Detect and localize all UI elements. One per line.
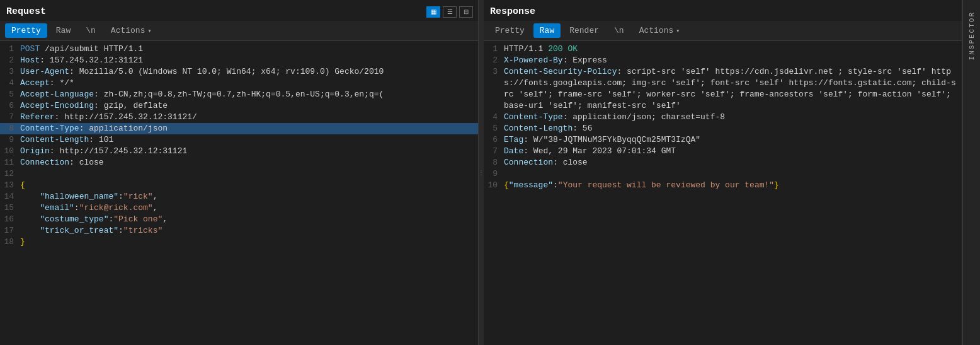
line-text: X-Powered-By: Express [504, 55, 962, 66]
request-line-15: 15 "email":"rick@rick.com", [0, 202, 478, 214]
request-line-10: 10Origin: http://157.245.32.12:31121 [0, 146, 478, 157]
response-line-7: 7Date: Wed, 29 Mar 2023 07:01:34 GMT [484, 146, 962, 157]
request-line-6: 6Accept-Encoding: gzip, deflate [0, 100, 478, 112]
line-number: 14 [0, 191, 20, 202]
response-top-bar: Response [484, 0, 962, 21]
line-text: Connection: close [504, 157, 962, 168]
request-line-4: 4Accept: */* [0, 78, 478, 89]
line-number: 4 [484, 112, 504, 123]
line-number: 10 [484, 180, 504, 191]
line-text: Content-Type: application/json; charset=… [504, 112, 962, 123]
request-line-1: 1POST /api/submit HTTP/1.1 [0, 44, 478, 55]
response-toolbar: Pretty Raw Render \n Actions ▾ [484, 21, 962, 41]
line-number: 7 [0, 112, 20, 123]
inspector-label: INSPECTOR [968, 11, 976, 60]
line-number: 3 [0, 66, 20, 78]
line-number: 17 [0, 225, 20, 237]
request-line-5: 5Accept-Language: zh-CN,zh;q=0.8,zh-TW;q… [0, 89, 478, 100]
response-tab-newline[interactable]: \n [608, 23, 630, 38]
line-number: 8 [0, 123, 20, 134]
response-actions-label: Actions [639, 26, 674, 35]
request-code-area[interactable]: 1POST /api/submit HTTP/1.12Host: 157.245… [0, 41, 478, 345]
request-line-17: 17 "trick_or_treat":"tricks" [0, 225, 478, 237]
line-text: User-Agent: Mozilla/5.0 (Windows NT 10.0… [20, 66, 478, 78]
request-line-2: 2Host: 157.245.32.12:31121 [0, 55, 478, 66]
line-text: Content-Length: 101 [20, 134, 478, 146]
response-line-10: 10{"message":"Your request will be revie… [484, 180, 962, 191]
line-text: Date: Wed, 29 Mar 2023 07:01:34 GMT [504, 146, 962, 157]
line-number: 16 [0, 214, 20, 225]
request-line-18: 18} [0, 237, 478, 248]
line-text: Host: 157.245.32.12:31121 [20, 55, 478, 66]
response-tab-raw[interactable]: Raw [533, 23, 561, 38]
line-number: 6 [0, 100, 20, 112]
response-actions-chevron-icon: ▾ [676, 27, 680, 35]
response-title: Response [484, 3, 542, 21]
response-line-5: 5Content-Length: 56 [484, 123, 962, 134]
line-number: 6 [484, 134, 504, 146]
line-text: Content-Length: 56 [504, 123, 962, 134]
request-line-7: 7Referer: http://157.245.32.12:31121/ [0, 112, 478, 123]
line-number: 3 [484, 66, 504, 78]
line-number: 1 [0, 44, 20, 55]
grid-view-icon[interactable]: ▦ [426, 6, 440, 18]
response-tab-pretty[interactable]: Pretty [489, 23, 531, 38]
line-text: HTTP/1.1 200 OK [504, 44, 962, 55]
request-panel: Request ▦ ☰ ⊟ Pretty Raw \n Actions ▾ 1P… [0, 0, 479, 345]
line-number: 8 [484, 157, 504, 168]
line-number: 11 [0, 157, 20, 168]
line-text: {"message":"Your request will be reviewe… [504, 180, 962, 191]
line-text: Accept: */* [20, 78, 478, 89]
response-code-area[interactable]: 1HTTP/1.1 200 OK2X-Powered-By: Express3C… [484, 41, 962, 345]
line-text: "email":"rick@rick.com", [20, 202, 478, 214]
line-number: 1 [484, 44, 504, 55]
request-line-13: 13{ [0, 180, 478, 191]
line-number: 2 [0, 55, 20, 66]
line-text: Connection: close [20, 157, 478, 168]
line-number: 4 [0, 78, 20, 89]
line-text: "costume_type":"Pick one", [20, 214, 478, 225]
line-text: "halloween_name":"rick", [20, 191, 478, 202]
request-line-3: 3User-Agent: Mozilla/5.0 (Windows NT 10.… [0, 66, 478, 78]
response-line-9: 9 [484, 168, 962, 180]
line-number: 12 [0, 168, 20, 180]
request-tab-pretty[interactable]: Pretty [5, 23, 47, 38]
request-actions-button[interactable]: Actions ▾ [105, 23, 158, 38]
line-text: Referer: http://157.245.32.12:31121/ [20, 112, 478, 123]
response-tab-render[interactable]: Render [563, 23, 605, 38]
list-view-icon[interactable]: ☰ [443, 6, 457, 18]
response-line-2: 2X-Powered-By: Express [484, 55, 962, 66]
response-line-8: 8Connection: close [484, 157, 962, 168]
request-tab-newline[interactable]: \n [79, 23, 102, 38]
line-text: Content-Type: application/json [20, 123, 478, 134]
request-line-14: 14 "halloween_name":"rick", [0, 191, 478, 202]
line-text: "trick_or_treat":"tricks" [20, 225, 478, 237]
request-actions-chevron-icon: ▾ [147, 27, 151, 35]
response-line-6: 6ETag: W/"38-JQTMNuM3FYkByqqQCm25MT3IzQA… [484, 134, 962, 146]
line-text: Accept-Encoding: gzip, deflate [20, 100, 478, 112]
request-line-9: 9Content-Length: 101 [0, 134, 478, 146]
request-toolbar: Pretty Raw \n Actions ▾ [0, 21, 478, 41]
response-line-3: 3Content-Security-Policy: script-src 'se… [484, 66, 962, 112]
response-panel: Response Pretty Raw Render \n Actions ▾ … [484, 0, 962, 345]
line-number: 7 [484, 146, 504, 157]
line-number: 5 [0, 89, 20, 100]
request-tab-raw[interactable]: Raw [50, 23, 77, 38]
response-actions-button[interactable]: Actions ▾ [633, 23, 687, 38]
line-number: 18 [0, 237, 20, 248]
request-line-16: 16 "costume_type":"Pick one", [0, 214, 478, 225]
line-text: { [20, 180, 478, 191]
request-top-bar: Request ▦ ☰ ⊟ [0, 0, 478, 21]
line-text: ETag: W/"38-JQTMNuM3FYkByqqQCm25MT3IzQA" [504, 134, 962, 146]
request-line-11: 11Connection: close [0, 157, 478, 168]
request-line-8: 8Content-Type: application/json [0, 123, 478, 134]
request-line-12: 12 [0, 168, 478, 180]
response-line-4: 4Content-Type: application/json; charset… [484, 112, 962, 123]
mini-view-icon[interactable]: ⊟ [459, 6, 473, 18]
line-number: 15 [0, 202, 20, 214]
line-number: 9 [484, 168, 504, 180]
line-text: Accept-Language: zh-CN,zh;q=0.8,zh-TW;q=… [20, 89, 478, 100]
inspector-sidebar: INSPECTOR [962, 0, 980, 345]
panel-divider[interactable]: ⋮ [479, 0, 484, 345]
response-line-1: 1HTTP/1.1 200 OK [484, 44, 962, 55]
